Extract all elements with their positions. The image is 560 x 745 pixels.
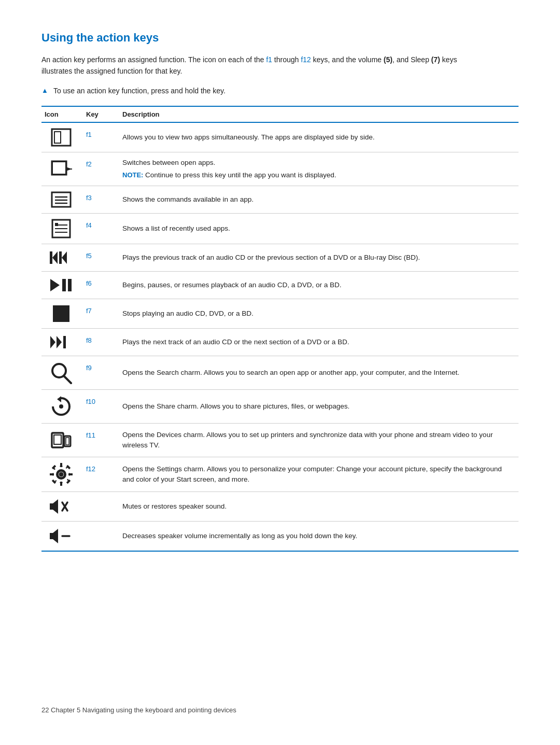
page-title: Using the action keys: [41, 31, 519, 45]
row-description: Mutes or restores speaker sound.: [119, 492, 519, 522]
row-icon: [41, 152, 83, 186]
svg-rect-25: [63, 336, 66, 348]
table-row: f12Opens the Settings charm. Allows you …: [41, 457, 519, 492]
svg-point-34: [59, 472, 64, 477]
row-description: Allows you to view two apps simultaneous…: [119, 122, 519, 152]
row-icon: [41, 522, 83, 552]
row-description: Shows the commands available in an app.: [119, 186, 519, 214]
table-row: f6Begins, pauses, or resumes playback of…: [41, 272, 519, 299]
svg-rect-21: [68, 279, 72, 291]
col-header-key: Key: [83, 106, 119, 122]
row-note: NOTE: Continue to press this key until t…: [122, 170, 513, 180]
svg-rect-35: [60, 463, 62, 467]
svg-marker-23: [50, 336, 55, 348]
svg-rect-31: [66, 438, 69, 445]
row-icon: [41, 299, 83, 329]
footer: 22 Chapter 5 Navigating using the keyboa…: [41, 706, 519, 714]
row-icon: [41, 492, 83, 522]
row-icon: [41, 424, 83, 457]
row-icon: [41, 272, 83, 299]
row-description: Plays the previous track of an audio CD …: [119, 244, 519, 272]
svg-rect-3: [53, 162, 65, 174]
table-row: f8Plays the next track of an audio CD or…: [41, 329, 519, 356]
row-key: f2: [83, 152, 119, 186]
row-key: f12: [83, 457, 119, 492]
table-row: f9Opens the Search charm. Allows you to …: [41, 356, 519, 390]
row-icon: [41, 390, 83, 424]
col-header-icon: Icon: [41, 106, 83, 122]
row-key: f1: [83, 122, 119, 152]
row-icon: [41, 457, 83, 492]
svg-rect-15: [50, 251, 52, 264]
table-row: f11Opens the Devices charm. Allows you t…: [41, 424, 519, 457]
row-description: Stops playing an audio CD, DVD, or a BD.: [119, 299, 519, 329]
svg-rect-37: [50, 473, 54, 475]
row-key: f7: [83, 299, 119, 329]
bullet-note: ▲ To use an action key function, press a…: [41, 86, 519, 96]
footer-text: 22 Chapter 5 Navigating using the keyboa…: [41, 706, 236, 714]
svg-rect-29: [54, 435, 61, 444]
svg-marker-19: [50, 279, 60, 291]
svg-rect-17: [59, 251, 62, 264]
row-icon: [41, 329, 83, 356]
row-icon: [41, 214, 83, 244]
action-keys-table: Icon Key Description f1Allows you to vie…: [41, 106, 519, 552]
row-description: Decreases speaker volume incrementally a…: [119, 522, 519, 552]
svg-marker-43: [50, 499, 58, 514]
table-row: f1Allows you to view two apps simultaneo…: [41, 122, 519, 152]
row-key: f5: [83, 244, 119, 272]
svg-rect-1: [54, 132, 61, 143]
table-row: Decreases speaker volume incrementally a…: [41, 522, 519, 552]
bullet-text: To use an action key function, press and…: [53, 86, 226, 96]
row-key: f3: [83, 186, 119, 214]
svg-marker-24: [57, 336, 62, 348]
f12-link[interactable]: f12: [301, 55, 311, 64]
row-key: [83, 522, 119, 552]
row-key: f8: [83, 329, 119, 356]
svg-rect-38: [68, 473, 73, 475]
table-row: Mutes or restores speaker sound.: [41, 492, 519, 522]
svg-marker-16: [52, 251, 58, 264]
svg-line-27: [64, 376, 71, 383]
row-description: Plays the next track of an audio CD or t…: [119, 329, 519, 356]
table-row: f4Shows a list of recently used apps.: [41, 214, 519, 244]
row-icon: [41, 122, 83, 152]
bullet-triangle-icon: ▲: [41, 87, 48, 94]
table-row: f5Plays the previous track of an audio C…: [41, 244, 519, 272]
row-description: Opens the Settings charm. Allows you to …: [119, 457, 519, 492]
row-key: f9: [83, 356, 119, 390]
svg-rect-36: [60, 482, 62, 486]
row-key: f11: [83, 424, 119, 457]
row-description: Opens the Share charm. Allows you to sha…: [119, 390, 519, 424]
table-row: f10Opens the Share charm. Allows you to …: [41, 390, 519, 424]
svg-marker-18: [62, 251, 67, 264]
row-key: [83, 492, 119, 522]
intro-paragraph: An action key performs an assigned funct…: [41, 54, 487, 77]
row-description: Switches between open apps.NOTE: Continu…: [119, 152, 519, 186]
svg-rect-22: [53, 305, 69, 322]
svg-rect-20: [62, 279, 66, 291]
row-description: Shows a list of recently used apps.: [119, 214, 519, 244]
row-description: Begins, pauses, or resumes playback of a…: [119, 272, 519, 299]
row-icon: [41, 356, 83, 390]
col-header-description: Description: [119, 106, 519, 122]
svg-marker-46: [50, 529, 58, 543]
row-description: Opens the Search charm. Allows you to se…: [119, 356, 519, 390]
row-description: Opens the Devices charm. Allows you to s…: [119, 424, 519, 457]
table-row: f2Switches between open apps.NOTE: Conti…: [41, 152, 519, 186]
row-icon: [41, 244, 83, 272]
row-key: f6: [83, 272, 119, 299]
table-row: f7Stops playing an audio CD, DVD, or a B…: [41, 299, 519, 329]
row-key: f4: [83, 214, 119, 244]
f1-link[interactable]: f1: [266, 55, 272, 64]
table-row: f3Shows the commands available in an app…: [41, 186, 519, 214]
row-key: f10: [83, 390, 119, 424]
row-icon: [41, 186, 83, 214]
svg-rect-14: [55, 223, 58, 226]
